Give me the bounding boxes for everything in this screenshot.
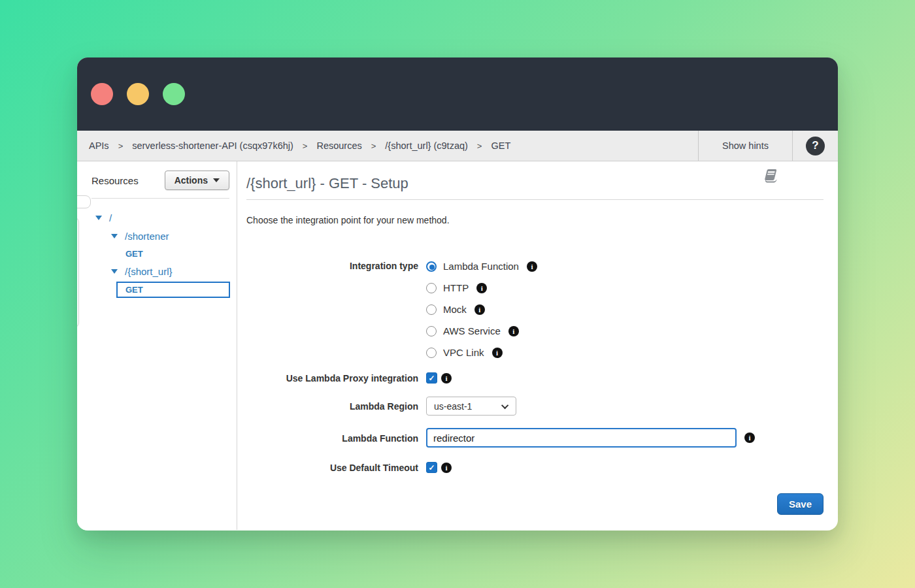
info-icon[interactable]: i [441,463,452,473]
radio-unselected-icon[interactable] [426,348,437,358]
title-divider [246,199,824,200]
setup-form: Integration type Lambda Function i HTTP … [246,255,824,473]
radio-selected-icon[interactable] [426,261,437,272]
sidebar-title: Resources [92,175,139,186]
lambda-region-select[interactable]: us-east-1 [426,397,516,416]
breadcrumb-separator: > [118,141,124,151]
browser-window: APIs > serverless-shortener-API (csqx97k… [77,57,838,531]
breadcrumb-separator: > [303,141,308,151]
radio-unselected-icon[interactable] [426,304,437,315]
tree-item-label: GET [125,285,143,295]
lambda-function-row: Lambda Function i [246,428,824,448]
breadcrumb-separator: > [477,141,482,151]
tree-item-shortener-get[interactable]: GET [77,245,237,262]
show-hints-label: Show hints [722,140,769,151]
radio-unselected-icon[interactable] [426,326,437,336]
method-setup-panel: /{short_url} - GET - Setup Choose the in… [237,161,838,530]
lambda-function-input[interactable] [426,428,737,448]
breadcrumb-method[interactable]: GET [491,140,510,151]
tree-item-short-url[interactable]: /{short_url} [77,262,237,280]
page-title: /{short_url} - GET - Setup [246,175,824,192]
integration-type-row: Integration type Lambda Function i HTTP … [246,255,824,363]
breadcrumb-apis[interactable]: APIs [89,140,109,151]
info-icon[interactable]: i [441,373,452,384]
tree-item-label: /shortener [125,231,169,242]
info-icon[interactable]: i [474,304,485,315]
caret-down-icon [111,234,118,238]
lambda-region-label: Lambda Region [246,397,418,412]
collapsed-panel-edge [77,195,91,208]
info-icon[interactable]: i [476,283,487,293]
show-hints-button[interactable]: Show hints [698,131,792,161]
info-icon[interactable]: i [492,348,503,358]
default-timeout-checkbox[interactable]: ✓ [426,462,437,473]
question-mark-icon: ? [806,137,825,155]
radio-option-label: Mock [443,304,467,315]
close-window-button[interactable] [91,83,113,105]
breadcrumb-resources[interactable]: Resources [316,140,361,151]
caret-down-icon [213,178,220,182]
setup-description: Choose the integration point for your ne… [246,215,824,225]
info-icon[interactable]: i [527,261,537,272]
integration-type-label: Integration type [246,255,418,271]
resources-sidebar: Resources Actions / /shortener GET [77,161,237,530]
tree-item-label: / [109,212,112,223]
radio-option-label: Lambda Function [443,261,519,272]
caret-down-icon [95,216,102,220]
save-button[interactable]: Save [777,493,824,515]
proxy-integration-row: Use Lambda Proxy integration ✓ i [246,372,824,384]
resource-tree: / /shortener GET /{short_url} GET [77,208,237,298]
sidebar-divider [92,198,229,199]
minimize-window-button[interactable] [127,83,149,105]
tree-item-shortener[interactable]: /shortener [77,227,237,245]
radio-option-mock[interactable]: Mock i [426,299,537,320]
tree-item-short-url-get-selected[interactable]: GET [116,282,230,298]
radio-option-label: HTTP [443,282,469,293]
breadcrumb-api-name[interactable]: serverless-shortener-API (csqx97k6hj) [132,140,293,151]
tree-item-root[interactable]: / [77,208,237,227]
radio-option-label: VPC Link [443,347,484,358]
lambda-region-row: Lambda Region us-east-1 [246,397,824,416]
breadcrumb-resource-id[interactable]: /{short_url} (c9tzaq) [385,140,468,151]
proxy-integration-label: Use Lambda Proxy integration [246,372,418,384]
lambda-region-value: us-east-1 [434,401,472,412]
radio-option-label: AWS Service [443,325,501,336]
radio-option-aws-service[interactable]: AWS Service i [426,320,537,342]
tree-item-label: /{short_url} [125,266,173,277]
caret-down-icon [111,269,118,274]
tree-item-label: GET [125,249,143,259]
info-icon[interactable]: i [508,326,519,336]
radio-option-vpc-link[interactable]: VPC Link i [426,342,537,363]
documentation-book-icon[interactable] [763,169,780,186]
window-titlebar [77,57,838,131]
proxy-integration-checkbox[interactable]: ✓ [426,372,437,384]
lambda-function-label: Lambda Function [246,428,418,444]
chevron-down-icon [501,401,508,408]
maximize-window-button[interactable] [163,83,185,105]
breadcrumb-bar: APIs > serverless-shortener-API (csqx97k… [77,131,838,161]
default-timeout-row: Use Default Timeout ✓ i [246,462,824,473]
help-button[interactable]: ? [792,131,838,161]
actions-button-label: Actions [175,175,208,186]
radio-unselected-icon[interactable] [426,283,437,293]
radio-option-http[interactable]: HTTP i [426,277,537,299]
breadcrumb: APIs > serverless-shortener-API (csqx97k… [77,131,698,161]
content-area: Resources Actions / /shortener GET [77,161,838,530]
breadcrumb-separator: > [371,141,376,151]
info-icon[interactable]: i [744,433,755,443]
actions-dropdown-button[interactable]: Actions [165,171,229,190]
radio-option-lambda-function[interactable]: Lambda Function i [426,255,537,277]
default-timeout-label: Use Default Timeout [246,462,418,473]
